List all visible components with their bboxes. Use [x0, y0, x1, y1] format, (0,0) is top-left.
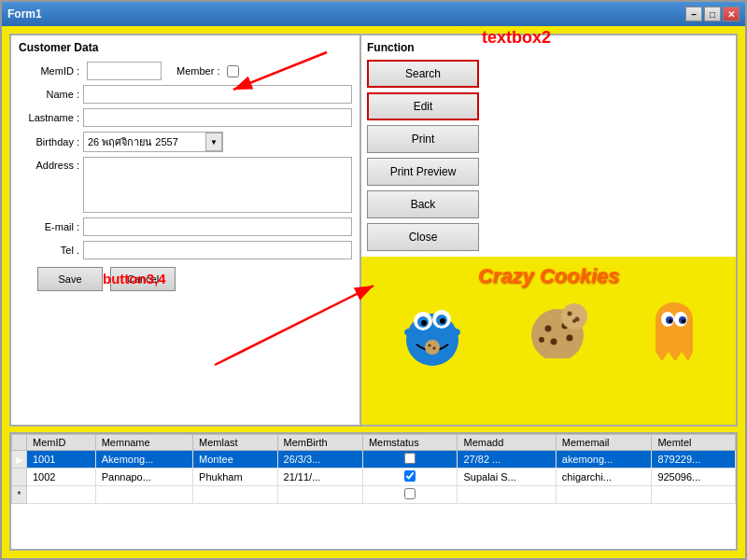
edit-button[interactable]: Edit — [367, 92, 479, 120]
svg-point-29 — [669, 319, 672, 323]
col-mememail: Mememail — [556, 435, 652, 451]
member-label: Member : — [176, 65, 219, 77]
table-row[interactable]: 1002Pannapo...Phukham21/11/...Supalai S.… — [12, 469, 736, 486]
minimize-button[interactable]: – — [685, 7, 702, 21]
address-row: Address : — [19, 157, 352, 213]
lastname-row: Lastname : — [19, 108, 352, 127]
window-frame: Form1 – □ ✕ textbox2 Customer Data MemID… — [0, 0, 747, 560]
col-membirth: MemBirth — [277, 435, 362, 451]
customer-panel: Customer Data MemID : Member : Name : — [11, 35, 361, 425]
cookie-monster-svg — [400, 293, 465, 368]
col-memtel: Memtel — [652, 435, 736, 451]
birthday-value: 26 พฤศจิกายน 2557 — [84, 133, 205, 151]
memid-input[interactable] — [87, 62, 162, 80]
table-row[interactable]: * — [12, 486, 736, 504]
birthday-label: Birthday : — [19, 136, 79, 147]
top-annotation-area: textbox2 Customer Data MemID : Member : — [9, 34, 738, 427]
crazy-cookies-title: Crazy Cookies — [361, 257, 736, 288]
svg-point-10 — [404, 329, 414, 336]
memstatus-checkbox[interactable] — [404, 470, 416, 482]
birthday-row: Birthday : 26 พฤศจิกายน 2557 ▼ — [19, 132, 352, 152]
memstatus-checkbox[interactable] — [404, 488, 416, 499]
ghost-svg: ? — [651, 301, 698, 361]
memid-label: MemID : — [19, 65, 79, 77]
email-input[interactable] — [83, 217, 352, 236]
memid-member-row: MemID : Member : — [19, 62, 352, 80]
lastname-input[interactable] — [83, 108, 352, 127]
print-button[interactable]: Print — [367, 125, 479, 153]
close-window-button[interactable]: ✕ — [723, 7, 740, 21]
table-row[interactable]: ▶1001Akemong...Montee26/3/3...27/82 ...a… — [12, 451, 736, 469]
main-panel: Customer Data MemID : Member : Name : — [9, 34, 738, 427]
svg-point-7 — [425, 340, 440, 355]
right-panel: Function Search Edit Print Print Preview… — [361, 35, 736, 425]
col-indicator — [12, 435, 27, 451]
col-memlast: Memlast — [193, 435, 277, 451]
email-label: E-mail : — [19, 221, 79, 232]
print-preview-button[interactable]: Print Preview — [367, 158, 479, 186]
window-title: Form1 — [7, 7, 42, 21]
col-memname: Memname — [95, 435, 192, 451]
table-body: ▶1001Akemong...Montee26/3/3...27/82 ...a… — [12, 451, 736, 504]
search-button[interactable]: Search — [367, 60, 479, 88]
svg-point-8 — [429, 344, 431, 347]
tel-label: Tel . — [19, 245, 79, 256]
email-row: E-mail : — [19, 217, 352, 236]
save-button[interactable]: Save — [37, 267, 103, 291]
address-label: Address : — [19, 157, 79, 171]
svg-point-30 — [682, 319, 685, 323]
address-input[interactable] — [83, 157, 352, 213]
customer-panel-title: Customer Data — [19, 41, 352, 54]
svg-point-13 — [545, 326, 552, 332]
buttons-area: Save Cancel button3,4 — [19, 267, 352, 291]
cookie-scene: ? — [361, 288, 736, 372]
svg-point-15 — [551, 339, 557, 345]
birthday-dropdown-button[interactable]: ▼ — [205, 133, 222, 151]
function-title: Function — [367, 41, 730, 54]
svg-point-5 — [421, 320, 427, 326]
back-button[interactable]: Back — [367, 190, 479, 218]
svg-point-11 — [451, 329, 460, 336]
memstatus-checkbox[interactable] — [404, 453, 416, 464]
col-memadd: Memadd — [458, 435, 556, 451]
svg-point-16 — [567, 335, 573, 342]
outer-area: textbox2 Customer Data MemID : Member : — [2, 26, 745, 558]
title-bar-buttons: – □ ✕ — [685, 7, 740, 21]
cancel-button[interactable]: Cancel — [110, 267, 176, 291]
tel-row: Tel . — [19, 241, 352, 259]
table-header-row: MemID Memname Memlast MemBirth Memstatus… — [12, 435, 736, 451]
member-checkbox[interactable] — [227, 65, 239, 77]
name-label: Name : — [19, 89, 79, 100]
svg-point-17 — [539, 337, 544, 343]
name-input[interactable] — [83, 85, 352, 104]
tel-input[interactable] — [83, 241, 352, 259]
col-memstatus: Memstatus — [362, 435, 458, 451]
col-memid: MemID — [27, 435, 96, 451]
svg-point-21 — [572, 319, 576, 323]
svg-point-6 — [440, 318, 445, 324]
data-table: MemID Memname Memlast MemBirth Memstatus… — [11, 434, 736, 504]
svg-point-19 — [568, 312, 572, 316]
action-buttons: Search Edit Print Print Preview Back Clo… — [367, 60, 730, 251]
crazy-cookies-area: Crazy Cookies — [361, 257, 736, 425]
svg-point-9 — [433, 347, 436, 350]
name-row: Name : — [19, 85, 352, 104]
maximize-button[interactable]: □ — [704, 7, 721, 21]
title-bar: Form1 – □ ✕ — [2, 2, 745, 26]
close-button[interactable]: Close — [367, 223, 479, 251]
data-grid-container: MemID Memname Memlast MemBirth Memstatus… — [9, 432, 738, 551]
function-panel: Function Search Edit Print Print Preview… — [361, 35, 736, 257]
form-buttons: Save Cancel — [19, 267, 352, 291]
cookies-svg — [523, 302, 593, 358]
lastname-label: Lastname : — [19, 112, 79, 123]
svg-marker-24 — [655, 352, 693, 361]
svg-point-18 — [561, 303, 587, 329]
